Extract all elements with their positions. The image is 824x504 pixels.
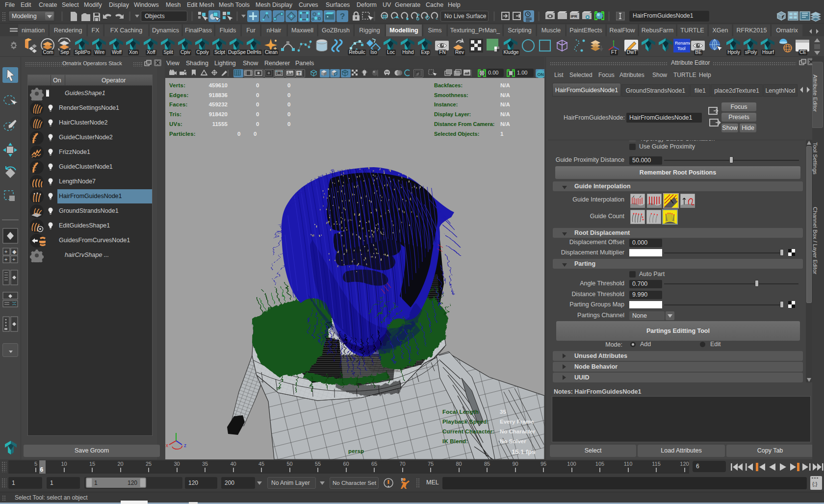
svg-text:z: z — [184, 443, 186, 448]
svg-text:IPR: IPR — [571, 14, 578, 19]
svg-text:?: ? — [340, 12, 345, 21]
svg-text:+: + — [4, 256, 7, 262]
svg-text:{;}: {;} — [812, 481, 818, 487]
svg-text:x: x — [166, 443, 168, 448]
svg-text:Rename: Rename — [675, 41, 690, 46]
svg-text:T: T — [298, 71, 301, 76]
svg-text:ON: ON — [538, 72, 544, 77]
svg-text:◆: ◆ — [12, 249, 17, 254]
svg-text:Tool: Tool — [677, 46, 686, 51]
svg-text:+: + — [12, 256, 15, 262]
svg-text:+: + — [4, 249, 7, 254]
